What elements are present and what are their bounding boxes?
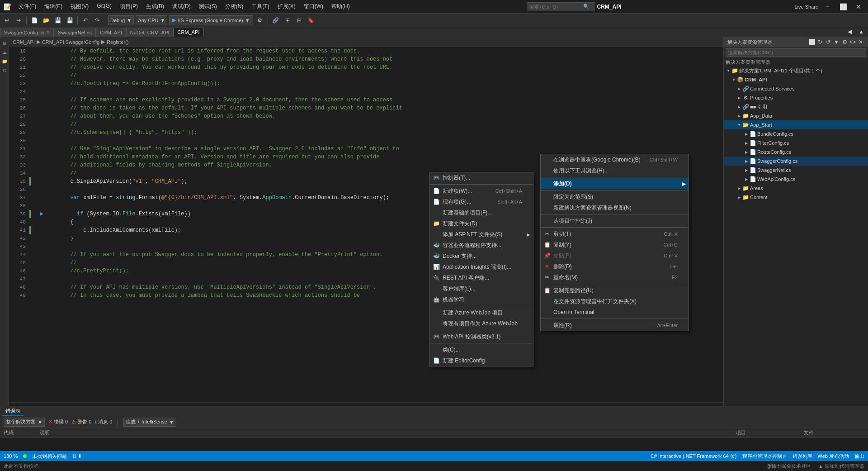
status-errors[interactable]: 错误列表	[793, 453, 812, 460]
open-btn[interactable]: 📂	[41, 15, 51, 25]
toolbar-btn-4[interactable]: 🔖	[306, 15, 316, 25]
tree-routeconfig[interactable]: ▶ 📄 RouteConfig.cs	[724, 147, 868, 157]
ctx-exclude[interactable]: 从项目中排除(J)	[541, 215, 689, 226]
undo2-btn[interactable]: ↶	[80, 15, 90, 25]
add-code-mgr[interactable]: ▲ 添加到代码管理器	[818, 463, 864, 470]
ctx-browse-with[interactable]: 使用以下工具浏览(H)...	[541, 165, 689, 176]
iis-express-btn[interactable]: ▶ IIS Express (Google Chrome) ▼	[169, 15, 253, 25]
live-share-btn[interactable]: Live Share	[794, 4, 818, 10]
tree-references[interactable]: ▶ 🔗 ■■ 引用	[724, 102, 868, 111]
toolbar-settings-btn[interactable]: ⚙	[255, 15, 265, 25]
status-web-publish[interactable]: Web 发布活动	[818, 453, 849, 460]
menu-extensions[interactable]: 扩展(X)	[274, 2, 299, 11]
error-scope-dropdown[interactable]: 整个解决方案 ▼	[4, 418, 45, 427]
maximize-btn[interactable]: ⬜	[837, 2, 849, 11]
solution-close-icon[interactable]: ✕	[857, 38, 864, 46]
save-all-btn[interactable]: 💾	[65, 15, 75, 25]
ctx-delete[interactable]: ✕ 删除(D) Del	[541, 261, 689, 272]
submenu-webapi-controller[interactable]: 🎮 Web API 控制器类(v2.1)	[430, 331, 533, 342]
submenu-class[interactable]: 类(C)...	[430, 344, 533, 355]
tab-nuget[interactable]: NuGet: CRM_API	[126, 28, 174, 37]
status-nuget[interactable]: 程序包管理器控制台	[742, 453, 787, 460]
minimize-btn[interactable]: －	[822, 2, 834, 11]
menu-tools[interactable]: 工具(T)	[248, 2, 273, 11]
tree-app-data[interactable]: ▶ 📁 App_Data	[724, 111, 868, 120]
menu-view[interactable]: 视图(V)	[67, 2, 92, 11]
submenu-new-folder[interactable]: 📁 新建文件夹(D)	[430, 218, 533, 229]
ctx-new-view[interactable]: 新建解决方案资源管理器视图(N)	[541, 202, 689, 213]
ctx-rename[interactable]: ✏ 重命名(M) F2	[541, 272, 689, 283]
tree-properties[interactable]: ▶ ⚙ Properties	[724, 93, 868, 102]
ctx-open-terminal[interactable]: Open in Terminal	[541, 307, 689, 318]
sidebar-icon-git[interactable]: ⑆	[0, 66, 9, 74]
menu-analyze[interactable]: 分析(N)	[222, 2, 247, 11]
tree-connected-services[interactable]: ▶ 🔗 Connected Services	[724, 84, 868, 93]
status-zoom[interactable]: 130 %	[4, 453, 18, 459]
sidebar-icon-explorer[interactable]: 📁	[0, 57, 9, 65]
solution-search-icon[interactable]: ⬜	[808, 38, 816, 46]
submenu-container[interactable]: 🐳 容器业务流程程序支持...	[430, 240, 533, 251]
redo-btn[interactable]: ↪	[14, 15, 24, 25]
toolbar-btn-1[interactable]: 🔗	[271, 15, 281, 25]
tree-swaggerconfig[interactable]: ▶ 📄 SwaggerConfig.cs	[724, 157, 868, 166]
close-btn[interactable]: ✕	[853, 2, 864, 11]
menu-build[interactable]: 生成(B)	[142, 2, 168, 11]
menu-project[interactable]: 项目(P)	[116, 2, 142, 11]
tab-close-swaggerconfig[interactable]: ✕	[46, 30, 50, 35]
submenu-editorconfig[interactable]: 📄 新建 EditorConfig	[430, 355, 533, 366]
submenu-new-item[interactable]: 📄 新建项(W)... Ctrl+Shift+A	[430, 186, 533, 196]
submenu-existing-item[interactable]: 📄 现有项(G)... Shift+Alt+A	[430, 196, 533, 207]
bottom-tab-errors[interactable]: 错误表	[2, 407, 24, 416]
tab-collapse-btn[interactable]: ◀	[844, 27, 854, 37]
ctx-limit-scope[interactable]: 限定为此范围(S)	[541, 191, 689, 202]
platform-dropdown[interactable]: Any CPU ▼	[136, 15, 167, 25]
tab-swaggernet[interactable]: SwaggerNet.cs	[54, 28, 96, 37]
ctx-properties[interactable]: 属性(R) Alt+Enter	[541, 320, 689, 331]
tree-content[interactable]: ▶ 📁 Content	[724, 193, 868, 202]
menu-edit[interactable]: 编辑(E)	[41, 2, 66, 11]
ctx-copy[interactable]: 📋 复制(Y) Ctrl+C	[541, 239, 689, 250]
submenu-azure-webjob[interactable]: 新建 Azure WebJob 项目	[430, 307, 533, 318]
ctx-view-in-browser[interactable]: 在浏览器中查看(Google Chrome)(B) Ctrl+Shift+W	[541, 154, 689, 165]
tree-bundleconfig[interactable]: ▶ 📄 BundleConfig.cs	[724, 129, 868, 138]
redo2-btn[interactable]: ↷	[92, 15, 102, 25]
solution-collapse-icon[interactable]: ▼	[833, 38, 840, 46]
ctx-copy-full-path[interactable]: 📋 复制完整路径(U)	[541, 285, 689, 296]
global-search-input[interactable]	[529, 4, 583, 10]
tree-project[interactable]: ▼ 📦 CRM_API	[724, 75, 868, 84]
horizontal-scrollbar[interactable]	[9, 402, 723, 406]
tree-webapi-config[interactable]: ▶ 📄 WebApiConfig.cs	[724, 175, 868, 184]
ctx-paste[interactable]: 📌 粘贴(P) Ctrl+V	[541, 250, 689, 261]
ctx-open-folder[interactable]: 在文件资源管理器中打开文件夹(X)	[541, 296, 689, 307]
submenu-existing-webjob[interactable]: 将现有项目作为 Azure WebJob	[430, 318, 533, 329]
tab-expand-btn[interactable]: ▲	[856, 27, 866, 37]
tree-areas[interactable]: ▶ 📁 Areas	[724, 184, 868, 193]
submenu-docker[interactable]: 🐳 Docker 支持...	[430, 251, 533, 262]
submenu-new-scaffold[interactable]: 新建基础的项目(F)...	[430, 207, 533, 218]
tree-swaggernet[interactable]: ▶ 📄 SwaggerNet.cs	[724, 166, 868, 175]
new-file-btn[interactable]: 📄	[29, 15, 39, 25]
submenu-controller[interactable]: 🎮 控制器(T)...	[430, 172, 533, 183]
submenu-ml[interactable]: 🤖 机器学习	[430, 294, 533, 305]
solution-search-input[interactable]	[726, 48, 866, 57]
solution-code-icon[interactable]: <>	[849, 38, 856, 46]
solution-settings-icon[interactable]: ⚙	[841, 38, 848, 46]
save-btn[interactable]: 💾	[53, 15, 63, 25]
toolbar-btn-2[interactable]: ⊞	[283, 15, 292, 25]
status-output[interactable]: 输出	[854, 453, 864, 460]
menu-help[interactable]: 帮助(H)	[328, 2, 354, 11]
undo-btn[interactable]: ↩	[2, 15, 12, 25]
menu-debug[interactable]: 调试(D)	[169, 2, 194, 11]
debug-config-dropdown[interactable]: Debug ▼	[108, 15, 134, 25]
submenu-aspnet-folder[interactable]: 添加 ASP.NET 文件夹(S)	[430, 229, 533, 240]
menu-window[interactable]: 窗口(W)	[300, 2, 327, 11]
status-cs-interactive[interactable]: C# Interactive (.NET Framework 64 位)	[651, 453, 737, 460]
toolbar-btn-3[interactable]: ⊟	[294, 15, 304, 25]
menu-git[interactable]: Git(G)	[93, 2, 115, 11]
solution-refresh-icon[interactable]: ↺	[825, 38, 832, 46]
tab-crm-api-1[interactable]: CRM_API	[96, 28, 126, 37]
tree-solution-root[interactable]: ▼ 📁 解决方案'CRM_API'(1 个项目/共 1 个)	[724, 66, 868, 75]
global-search-box[interactable]: 🔍	[527, 2, 594, 11]
menu-test[interactable]: 测试(S)	[195, 2, 221, 11]
submenu-rest-client[interactable]: 🔌 REST API 客户端...	[430, 272, 533, 283]
